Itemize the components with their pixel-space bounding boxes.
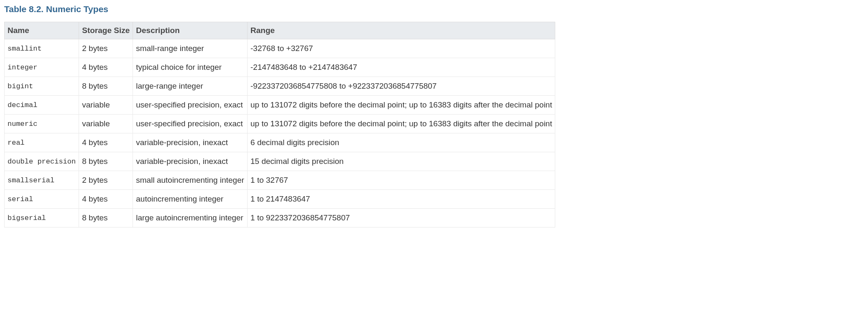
cell-storage: 8 bytes xyxy=(79,77,133,96)
table-row: smallint 2 bytes small-range integer -32… xyxy=(5,39,555,58)
cell-storage: variable xyxy=(79,96,133,115)
cell-description: autoincrementing integer xyxy=(133,190,248,209)
cell-range: -9223372036854775808 to +922337203685477… xyxy=(248,77,555,96)
cell-description: variable-precision, inexact xyxy=(133,152,248,171)
cell-name: smallserial xyxy=(5,171,79,190)
cell-storage: 2 bytes xyxy=(79,39,133,58)
cell-name: numeric xyxy=(5,115,79,133)
cell-range: 15 decimal digits precision xyxy=(248,152,555,171)
cell-description: user-specified precision, exact xyxy=(133,115,248,133)
cell-storage: 4 bytes xyxy=(79,58,133,77)
cell-name: decimal xyxy=(5,96,79,115)
cell-name: real xyxy=(5,133,79,152)
table-header-row: Name Storage Size Description Range xyxy=(5,22,555,39)
table-row: smallserial 2 bytes small autoincrementi… xyxy=(5,171,555,190)
table-row: real 4 bytes variable-precision, inexact… xyxy=(5,133,555,152)
cell-name: bigserial xyxy=(5,209,79,228)
cell-name: double precision xyxy=(5,152,79,171)
table-row: decimal variable user-specified precisio… xyxy=(5,96,555,115)
cell-description: large-range integer xyxy=(133,77,248,96)
col-storage: Storage Size xyxy=(79,22,133,39)
cell-description: large autoincrementing integer xyxy=(133,209,248,228)
cell-range: 1 to 9223372036854775807 xyxy=(248,209,555,228)
table-row: integer 4 bytes typical choice for integ… xyxy=(5,58,555,77)
cell-range: 1 to 2147483647 xyxy=(248,190,555,209)
cell-range: 6 decimal digits precision xyxy=(248,133,555,152)
table-row: bigint 8 bytes large-range integer -9223… xyxy=(5,77,555,96)
cell-storage: 2 bytes xyxy=(79,171,133,190)
cell-range: up to 131072 digits before the decimal p… xyxy=(248,115,555,133)
cell-storage: 8 bytes xyxy=(79,209,133,228)
cell-name: integer xyxy=(5,58,79,77)
table-row: serial 4 bytes autoincrementing integer … xyxy=(5,190,555,209)
cell-storage: variable xyxy=(79,115,133,133)
col-name: Name xyxy=(5,22,79,39)
cell-name: bigint xyxy=(5,77,79,96)
cell-storage: 8 bytes xyxy=(79,152,133,171)
numeric-types-table: Name Storage Size Description Range smal… xyxy=(4,22,555,228)
table-title: Table 8.2. Numeric Types xyxy=(4,4,864,14)
cell-storage: 4 bytes xyxy=(79,190,133,209)
col-description: Description xyxy=(133,22,248,39)
table-row: numeric variable user-specified precisio… xyxy=(5,115,555,133)
cell-description: small-range integer xyxy=(133,39,248,58)
cell-range: -32768 to +32767 xyxy=(248,39,555,58)
cell-description: small autoincrementing integer xyxy=(133,171,248,190)
col-range: Range xyxy=(248,22,555,39)
table-row: bigserial 8 bytes large autoincrementing… xyxy=(5,209,555,228)
cell-range: -2147483648 to +2147483647 xyxy=(248,58,555,77)
cell-range: 1 to 32767 xyxy=(248,171,555,190)
table-row: double precision 8 bytes variable-precis… xyxy=(5,152,555,171)
cell-description: variable-precision, inexact xyxy=(133,133,248,152)
cell-range: up to 131072 digits before the decimal p… xyxy=(248,96,555,115)
cell-name: smallint xyxy=(5,39,79,58)
cell-name: serial xyxy=(5,190,79,209)
cell-description: typical choice for integer xyxy=(133,58,248,77)
cell-description: user-specified precision, exact xyxy=(133,96,248,115)
cell-storage: 4 bytes xyxy=(79,133,133,152)
